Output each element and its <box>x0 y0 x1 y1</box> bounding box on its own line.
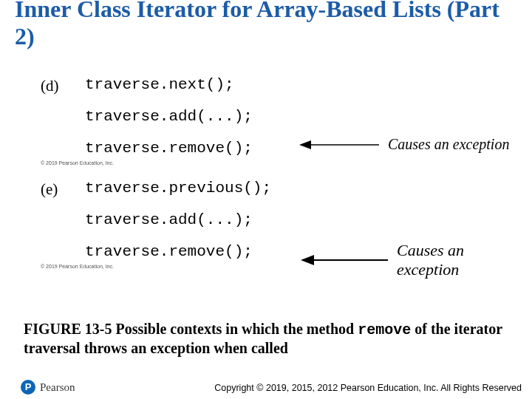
caption-prefix: FIGURE 13-5 Possible contexts in which t… <box>24 321 358 337</box>
block-e-label: (e) <box>41 180 58 199</box>
block-d-label: (d) <box>41 77 59 95</box>
pearson-logo-text: Pearson <box>40 381 75 394</box>
block-e: (e) traverse.previous(); traverse.add(..… <box>41 180 514 269</box>
footer-copyright: Copyright © 2019, 2015, 2012 Pearson Edu… <box>214 383 522 393</box>
code-line: traverse.next(); <box>85 77 514 92</box>
figure-area: (d) traverse.next(); traverse.add(...); … <box>41 77 514 279</box>
code-line: traverse.add(...); <box>85 109 514 124</box>
code-line: traverse.previous(); <box>85 180 514 196</box>
slide-title: Inner Class Iterator for Array-Based Lis… <box>15 0 517 50</box>
arrow-left-icon <box>299 137 381 152</box>
figure-caption: FIGURE 13-5 Possible contexts in which t… <box>24 320 511 358</box>
svg-marker-3 <box>301 255 314 265</box>
pearson-logo: P Pearson <box>21 380 75 395</box>
exception-text: Causes an exception <box>388 136 509 153</box>
caption-mono: remove <box>358 321 411 338</box>
footer: P Pearson Copyright © 2019, 2015, 2012 P… <box>0 374 532 399</box>
block-d: (d) traverse.next(); traverse.add(...); … <box>41 77 514 166</box>
exception-text: Causes an exception <box>397 241 514 279</box>
code-line: traverse.add(...); <box>85 212 514 228</box>
svg-marker-1 <box>299 140 311 149</box>
arrow-left-icon <box>301 252 389 268</box>
inline-copyright: © 2019 Pearson Education, Inc. <box>41 160 514 166</box>
exception-annotation-d: Causes an exception <box>299 136 509 153</box>
slide: Inner Class Iterator for Array-Based Lis… <box>0 0 532 399</box>
pearson-logo-icon: P <box>21 380 35 395</box>
exception-annotation-e: Causes an exception <box>301 241 514 279</box>
